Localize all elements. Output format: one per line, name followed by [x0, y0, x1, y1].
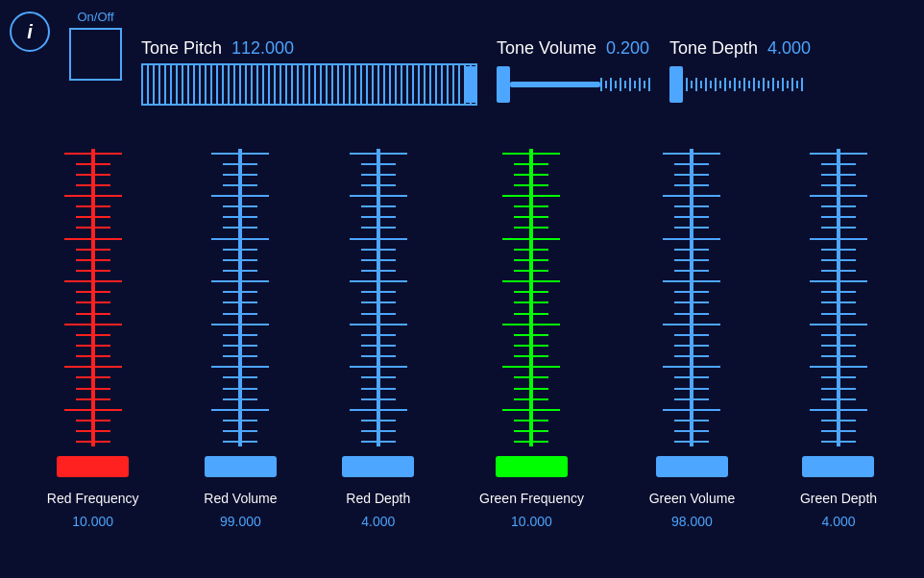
tone-volume-value: 0.200 [606, 38, 649, 59]
v-slider-base-1 [205, 456, 277, 477]
control-name-4: Green Volume [649, 491, 736, 506]
tone-pitch-label: Tone Pitch [141, 38, 222, 59]
v-slider-3[interactable] [496, 149, 568, 446]
v-slider-base-0 [57, 456, 129, 477]
control-value-0: 10.000 [72, 514, 113, 529]
tone-pitch-group: Tone Pitch 112.000 // Generate ticks inl… [141, 38, 477, 106]
control-name-5: Green Depth [800, 491, 877, 506]
header-row: i On/Off Tone Pitch 112.000 // Generate … [10, 10, 914, 134]
app-container: i On/Off Tone Pitch 112.000 // Generate … [0, 0, 924, 578]
v-slider-4[interactable] [656, 149, 728, 446]
control-name-0: Red Frequency [47, 491, 139, 506]
control-red-frequency[interactable]: Red Frequency 10.000 [47, 149, 139, 529]
v-slider-base-4 [656, 456, 728, 477]
control-value-3: 10.000 [511, 514, 552, 529]
v-slider-1[interactable] [205, 149, 277, 446]
tone-depth-slider[interactable] [669, 63, 862, 106]
control-green-depth[interactable]: Green Depth 4.000 [800, 149, 877, 529]
controls-row: Red Frequency 10.000 [10, 149, 914, 529]
control-value-4: 98.000 [671, 514, 713, 529]
control-value-2: 4.000 [361, 514, 395, 529]
tone-volume-label-row: Tone Volume 0.200 [497, 38, 650, 59]
tone-volume-slider[interactable] [497, 63, 650, 106]
v-slider-2[interactable] [342, 149, 414, 446]
tone-depth-label-row: Tone Depth 4.000 [669, 38, 862, 59]
control-green-volume[interactable]: Green Volume 98.000 [649, 149, 736, 529]
tone-volume-group: Tone Volume 0.200 [497, 38, 650, 106]
control-red-volume[interactable]: Red Volume 99.000 [204, 149, 277, 529]
v-slider-base-5 [802, 456, 874, 477]
control-green-frequency[interactable]: Green Frequency 10.000 [479, 149, 584, 529]
v-slider-5[interactable] [802, 149, 874, 446]
tone-pitch-slider[interactable]: // Generate ticks inline via CSS backgro… [141, 63, 477, 106]
info-button[interactable]: i [10, 12, 50, 52]
tone-depth-value: 4.000 [767, 38, 811, 59]
tone-pitch-label-row: Tone Pitch 112.000 [141, 38, 477, 59]
control-name-2: Red Depth [346, 491, 410, 506]
v-slider-0[interactable] [57, 149, 129, 446]
control-name-1: Red Volume [204, 491, 277, 506]
on-off-section: On/Off [69, 10, 122, 81]
v-slider-base-3 [496, 456, 568, 477]
tone-volume-label: Tone Volume [497, 38, 596, 59]
control-red-depth[interactable]: Red Depth 4.000 [342, 149, 414, 529]
control-name-3: Green Frequency [479, 491, 584, 506]
v-slider-base-2 [342, 456, 414, 477]
info-label: i [27, 21, 33, 43]
on-off-button[interactable] [69, 28, 122, 81]
tone-pitch-value: 112.000 [231, 38, 294, 59]
control-value-1: 99.000 [220, 514, 261, 529]
on-off-label: On/Off [77, 10, 113, 24]
tone-depth-group: Tone Depth 4.000 [669, 38, 862, 106]
tone-depth-label: Tone Depth [669, 38, 758, 59]
control-value-5: 4.000 [821, 514, 855, 529]
